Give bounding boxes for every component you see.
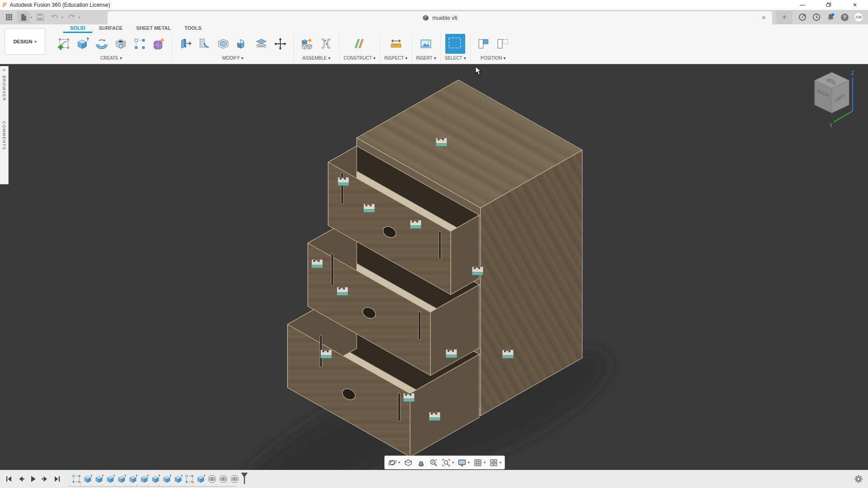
document-tab[interactable]: mueble v6 ✕ <box>108 11 772 24</box>
notifications-icon[interactable] <box>826 12 835 22</box>
tab-tools[interactable]: TOOLS <box>178 24 208 33</box>
move-icon[interactable] <box>271 34 289 54</box>
timeline-go-end-button[interactable] <box>52 474 62 484</box>
joint-badge[interactable] <box>321 350 332 358</box>
construct-plane-icon[interactable] <box>350 34 368 54</box>
timeline-item-link[interactable] <box>230 474 240 484</box>
avatar[interactable]: AM <box>854 12 863 22</box>
look-at-icon[interactable] <box>404 458 413 467</box>
revolve-icon[interactable] <box>93 34 111 54</box>
new-component-icon[interactable] <box>298 34 316 54</box>
model-cabinet[interactable] <box>0 64 868 470</box>
save-icon[interactable] <box>34 11 47 23</box>
joint-badge[interactable] <box>311 259 323 268</box>
press-pull-icon[interactable] <box>176 34 194 54</box>
joint-badge[interactable] <box>446 349 457 358</box>
zoom-icon[interactable] <box>429 458 438 467</box>
fit-icon[interactable] <box>442 458 451 467</box>
joint-badge[interactable] <box>472 267 483 275</box>
tab-solid[interactable]: SOLID <box>63 24 92 33</box>
timeline-item-extrude[interactable] <box>162 474 172 484</box>
split-body-icon[interactable] <box>252 34 270 54</box>
restore-button[interactable] <box>816 0 842 10</box>
timeline-item-sketch[interactable] <box>71 474 81 484</box>
grid-icon[interactable] <box>473 458 482 467</box>
redo-icon[interactable] <box>65 11 78 23</box>
workspace-selector[interactable]: DESIGN▾ <box>5 28 45 55</box>
insert-label[interactable]: INSERT <box>416 56 433 61</box>
timeline-item-extrude[interactable] <box>139 474 149 484</box>
revert-position-icon[interactable] <box>494 34 512 54</box>
timeline-item-extrude[interactable] <box>196 474 206 484</box>
pattern-icon[interactable] <box>131 34 149 54</box>
modify-label[interactable]: MODIFY <box>222 56 240 61</box>
redo-caret-icon[interactable]: ▾ <box>78 15 80 19</box>
timeline-item-extrude[interactable] <box>128 474 138 484</box>
shell-icon[interactable] <box>214 34 232 54</box>
pan-icon[interactable] <box>416 458 425 467</box>
app-grid-icon[interactable] <box>3 11 15 23</box>
sidebar-item-browser[interactable]: BROWSER <box>2 75 6 101</box>
timeline-item-extrude[interactable] <box>117 474 127 484</box>
new-tab-button[interactable]: + <box>776 11 793 24</box>
fillet-icon[interactable] <box>195 34 213 54</box>
timeline-item-extrude[interactable] <box>173 474 183 484</box>
extensions-icon[interactable] <box>797 12 807 22</box>
timeline-item-extrude[interactable] <box>105 474 115 484</box>
file-menu-caret-icon[interactable]: ▾ <box>30 15 32 19</box>
close-button[interactable]: ✕ <box>842 0 868 10</box>
timeline-item-sketch[interactable] <box>184 474 194 484</box>
position-label[interactable]: POSITION <box>481 56 502 61</box>
select-button[interactable] <box>445 34 465 54</box>
joint-badge[interactable] <box>436 138 447 146</box>
timeline-go-start-button[interactable] <box>4 474 14 484</box>
sidebar-item-comments[interactable]: COMMENTS <box>2 121 6 150</box>
timeline-marker[interactable] <box>241 471 249 487</box>
hole-icon[interactable] <box>112 34 130 54</box>
timeline-settings-gear-icon[interactable] <box>854 474 863 486</box>
undo-icon[interactable] <box>48 11 61 23</box>
measure-icon[interactable] <box>387 34 405 54</box>
assemble-label[interactable]: ASSEMBLE <box>302 56 327 61</box>
viewport-canvas[interactable]: » BROWSER COMMENTS <box>0 64 868 470</box>
extrude-icon[interactable] <box>74 34 92 54</box>
timeline-item-link[interactable] <box>207 474 217 484</box>
joint-badge[interactable] <box>410 220 421 229</box>
construct-label[interactable]: CONSTRUCT <box>344 56 372 61</box>
select-label[interactable]: SELECT <box>445 56 462 61</box>
combine-icon[interactable] <box>233 34 251 54</box>
joint-icon[interactable] <box>317 34 335 54</box>
joint-badge[interactable] <box>338 177 349 186</box>
canvas-icon[interactable] <box>417 34 435 54</box>
document-tab-close-icon[interactable]: ✕ <box>762 11 766 24</box>
timeline-item-extrude[interactable] <box>83 474 93 484</box>
undo-caret-icon[interactable]: ▾ <box>61 15 63 19</box>
orbit-icon[interactable] <box>388 458 397 467</box>
tab-sheet-metal[interactable]: SHEET METAL <box>129 24 178 33</box>
timeline-step-back-button[interactable] <box>16 474 26 484</box>
joint-badge[interactable] <box>403 393 415 402</box>
timeline-item-extrude[interactable] <box>151 474 160 484</box>
timeline-play-button[interactable] <box>28 474 38 484</box>
joint-badge[interactable] <box>502 350 514 358</box>
timeline-item-extrude[interactable] <box>94 474 104 484</box>
create-label[interactable]: CREATE <box>100 56 118 61</box>
help-icon[interactable]: ? <box>840 12 849 22</box>
job-status-icon[interactable] <box>811 12 821 22</box>
form-icon[interactable] <box>150 34 168 54</box>
joint-badge[interactable] <box>337 287 348 296</box>
tab-surface[interactable]: SURFACE <box>92 24 130 33</box>
timeline-item-link[interactable] <box>218 474 228 484</box>
viewports-icon[interactable] <box>489 458 498 467</box>
expand-rail-icon[interactable]: » <box>3 68 5 72</box>
timeline-step-forward-button[interactable] <box>40 474 50 484</box>
inspect-label[interactable]: INSPECT <box>384 56 404 61</box>
joint-badge[interactable] <box>429 412 440 421</box>
display-settings-icon[interactable] <box>458 458 467 467</box>
file-menu-icon[interactable] <box>17 11 30 23</box>
minimize-button[interactable]: — <box>789 0 816 10</box>
joint-badge[interactable] <box>363 204 375 212</box>
create-sketch-icon[interactable] <box>55 34 73 54</box>
view-cube[interactable]: TOP BACK LEFT Z Y <box>810 70 864 142</box>
capture-position-icon[interactable] <box>475 34 493 54</box>
